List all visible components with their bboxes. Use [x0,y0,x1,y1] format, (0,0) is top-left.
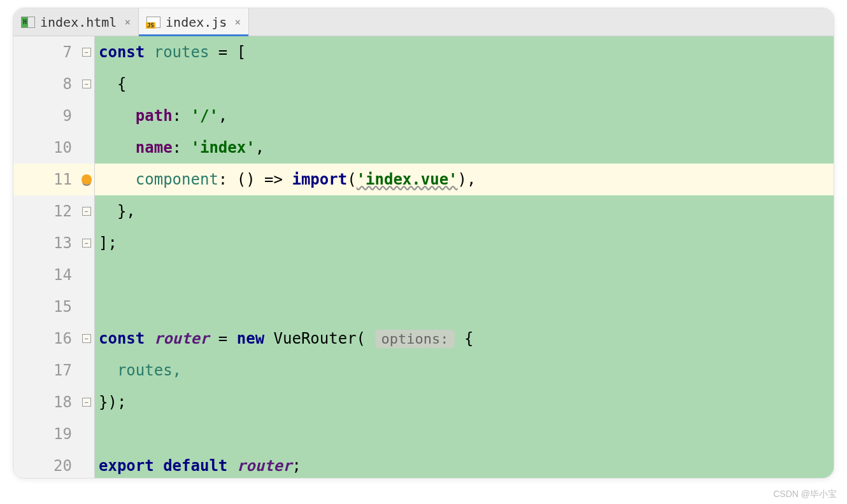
token: import [292,171,347,188]
fold-cell [78,132,94,164]
token: ]; [99,234,117,252]
line-number[interactable]: 13 [13,227,78,259]
html-file-icon: H [21,17,35,28]
code-line[interactable]: ]; [95,227,834,259]
token: const [99,43,154,61]
token: : [173,139,191,157]
close-icon[interactable]: × [124,16,131,28]
token: }); [99,393,126,411]
tab-bar: Hindex.html×index.js× [13,8,834,36]
code-line[interactable]: component: () => import('index.vue'), [95,164,834,195]
token: ), [458,171,476,188]
code-line[interactable]: name: 'index', [95,132,834,164]
editor-window: Hindex.html×index.js× 789101112131415161… [13,8,834,479]
token: routes [154,43,218,61]
token: const [99,330,154,347]
token [99,107,136,125]
line-number[interactable]: 18 [13,386,78,418]
watermark: CSDN @毕小宝 [773,489,837,500]
token: '/' [191,107,218,125]
parameter-hint: options: [375,330,455,348]
fold-marker-icon[interactable]: − [82,398,91,407]
intention-bulb-icon[interactable] [82,174,92,185]
code-line[interactable]: const router = new VueRouter( options: { [95,323,834,354]
token: 'index.vue' [357,171,458,188]
editor-body: 7891011121314151617181920 −−−−−− const r… [13,36,834,478]
tab-index-html[interactable]: Hindex.html× [13,8,139,36]
code-line[interactable]: export default router; [95,450,834,478]
line-number-gutter: 7891011121314151617181920 [13,36,78,478]
code-line[interactable]: path: '/', [95,100,834,132]
token: , [218,107,227,125]
fold-cell: − [78,386,94,418]
line-number[interactable]: 15 [13,291,78,323]
line-number[interactable]: 16 [13,323,78,354]
fold-cell [78,100,94,132]
close-icon[interactable]: × [234,16,241,28]
js-file-icon [146,17,160,28]
token: ; [292,457,301,475]
line-number[interactable]: 20 [13,450,78,479]
fold-cell: − [78,227,94,259]
line-number[interactable]: 12 [13,195,78,227]
token: { [455,330,473,347]
code-line[interactable] [95,259,834,291]
line-number[interactable]: 8 [13,68,78,100]
code-line[interactable] [95,418,834,450]
fold-cell [78,164,94,195]
line-number[interactable]: 17 [13,354,78,386]
token: 'index' [191,139,255,157]
token: : [173,107,191,125]
token [99,139,136,157]
line-number[interactable]: 9 [13,100,78,132]
tab-label: index.html [40,15,117,30]
token: component [136,171,218,188]
token: ( [357,330,375,347]
token: VueRouter [274,330,357,347]
code-line[interactable]: const routes = [ [95,36,834,68]
fold-cell [78,291,94,323]
fold-cell [78,259,94,291]
token: new [237,330,274,347]
fold-cell [78,418,94,450]
fold-column: −−−−−− [78,36,95,478]
fold-marker-icon[interactable]: − [82,239,91,248]
fold-cell: − [78,323,94,354]
token: ( [347,171,356,188]
fold-marker-icon[interactable]: − [82,207,91,216]
fold-cell [78,354,94,386]
line-number[interactable]: 14 [13,259,78,291]
token: router [154,330,210,347]
token: export default [99,457,237,475]
tab-label: index.js [166,15,227,30]
token: path [136,107,173,125]
token: { [99,75,126,93]
fold-cell: − [78,36,94,68]
fold-cell: − [78,68,94,100]
token: : () => [218,171,292,188]
code-line[interactable] [95,291,834,323]
line-number[interactable]: 19 [13,418,78,450]
fold-marker-icon[interactable]: − [82,80,91,88]
code-line[interactable]: }, [95,195,834,227]
token: = [ [218,43,246,61]
fold-cell: − [78,195,94,227]
line-number[interactable]: 10 [13,132,78,164]
token: router [237,457,292,475]
code-line[interactable]: routes, [95,354,834,386]
fold-marker-icon[interactable]: − [82,48,91,57]
tab-index-js[interactable]: index.js× [139,8,249,36]
line-number[interactable]: 11 [13,164,78,195]
token: }, [99,202,136,220]
code-area[interactable]: const routes = [ { path: '/', name: 'ind… [95,36,834,478]
fold-marker-icon[interactable]: − [82,334,91,343]
line-number[interactable]: 7 [13,36,78,68]
token: routes, [99,361,182,379]
fold-cell [78,450,94,479]
code-line[interactable]: }); [95,386,834,418]
token [99,171,136,188]
token: = [209,330,236,347]
token: , [255,139,264,157]
token: name [136,139,173,157]
code-line[interactable]: { [95,68,834,100]
